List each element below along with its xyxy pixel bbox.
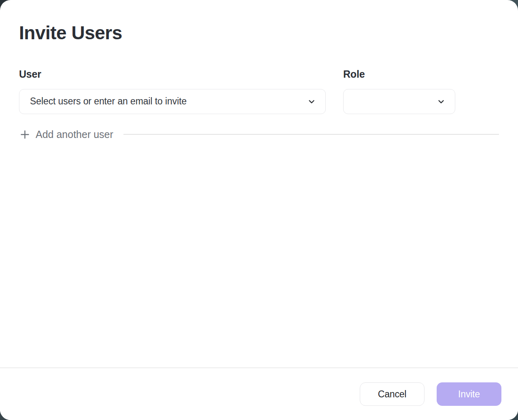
invite-users-modal: Invite Users User Select users or enter …	[0, 0, 518, 420]
invite-button[interactable]: Invite	[437, 382, 501, 406]
cancel-button[interactable]: Cancel	[360, 382, 425, 406]
backdrop: Invite Users User Select users or enter …	[0, 0, 518, 420]
role-select[interactable]	[343, 89, 455, 114]
modal-body: Invite Users User Select users or enter …	[0, 0, 518, 367]
add-another-user-label: Add another user	[36, 129, 113, 140]
role-field-label: Role	[343, 68, 455, 80]
chevron-down-icon	[307, 97, 316, 106]
plus-icon	[19, 129, 30, 140]
add-user-divider	[123, 134, 499, 135]
user-field-label: User	[19, 68, 326, 80]
add-user-row: Add another user	[19, 129, 499, 140]
role-field: Role	[343, 68, 455, 114]
add-another-user-button[interactable]: Add another user	[19, 129, 113, 140]
user-select-placeholder: Select users or enter an email to invite	[30, 96, 187, 107]
modal-title: Invite Users	[19, 23, 499, 43]
modal-footer: Cancel Invite	[0, 367, 518, 420]
user-role-row: User Select users or enter an email to i…	[19, 68, 499, 114]
user-field: User Select users or enter an email to i…	[19, 68, 326, 114]
user-select[interactable]: Select users or enter an email to invite	[19, 89, 326, 114]
chevron-down-icon	[436, 97, 446, 106]
